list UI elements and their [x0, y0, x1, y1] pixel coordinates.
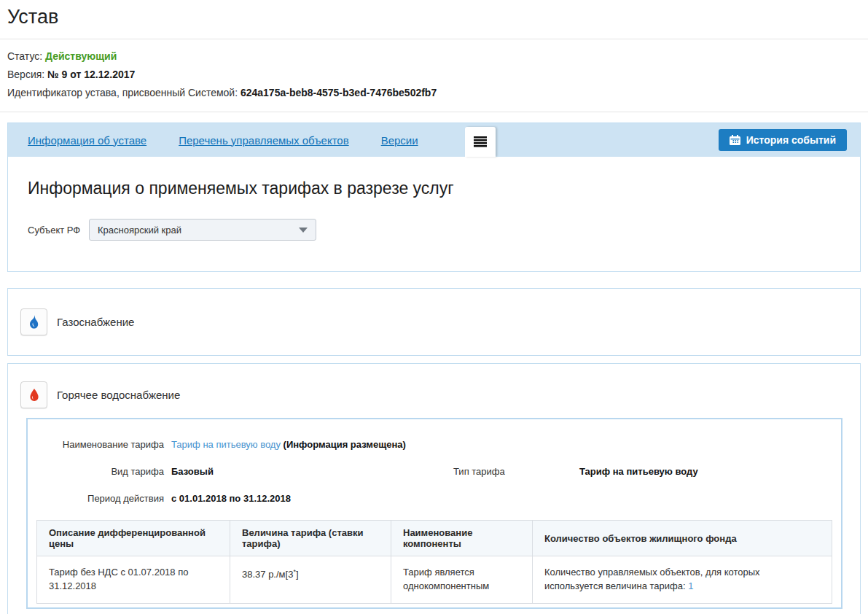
tariff-value-main: 38.37 р./м[3 [242, 569, 293, 580]
gas-flame-icon [28, 315, 40, 329]
objects-count-link[interactable]: 1 [688, 580, 693, 591]
tariff-period-label: Период действия [36, 493, 164, 504]
status-row: Статус: Действующий [7, 47, 861, 66]
tariff-kind-type-row: Вид тарифа Базовый Тип тарифа Тариф на п… [36, 466, 832, 477]
tabs-strip: Информация об уставе Перечень управляемы… [8, 123, 860, 157]
tariff-name-status: (Информация размещена) [284, 439, 406, 450]
identifier-value: 624a175a-beb8-4575-b3ed-7476be502fb7 [241, 87, 437, 98]
tariff-kind-label: Вид тарифа [36, 466, 164, 477]
identifier-row: Идентификатор устава, присвоенный Систем… [7, 84, 861, 102]
history-events-button[interactable]: История событий [719, 129, 847, 151]
tariff-name-link[interactable]: Тариф на питьевую воду [171, 439, 281, 450]
tariff-table: Описание дифференцированной цены Величин… [36, 520, 832, 604]
tariff-name-value: Тариф на питьевую воду (Информация разме… [171, 439, 832, 450]
hot-water-service-label: Горячее водоснабжение [57, 389, 180, 401]
calendar-icon [730, 135, 740, 145]
tab-tariffs-active[interactable] [465, 127, 496, 157]
hot-water-icon-tile [20, 381, 47, 408]
page-header: Устав [0, 0, 868, 28]
section-title: Информация о применяемых тарифах в разре… [28, 179, 840, 198]
col-header-description: Описание дифференцированной цены [37, 521, 230, 556]
objects-count-text: Количество управляемых объектов, для кот… [544, 567, 760, 591]
version-label: Версия: [7, 69, 44, 80]
page-title: Устав [7, 6, 861, 28]
region-label: Субъект РФ [28, 225, 89, 236]
divider [0, 112, 868, 112]
hot-water-service-panel: Горячее водоснабжение Наименование тариф… [7, 363, 861, 614]
col-header-objects: Количество объектов жилищного фонда [533, 521, 832, 556]
list-icon [474, 136, 487, 147]
gas-icon-tile [20, 308, 47, 335]
tab-charter-info[interactable]: Информация об уставе [28, 134, 146, 147]
version-value: № 9 от 12.12.2017 [47, 69, 135, 80]
tariff-name-row: Наименование тарифа Тариф на питьевую во… [36, 439, 832, 450]
tab-versions[interactable]: Версии [381, 134, 418, 147]
identifier-label: Идентификатор устава, присвоенный Систем… [7, 87, 238, 98]
history-events-label: История событий [746, 134, 836, 146]
tariff-type-value: Тариф на питьевую воду [579, 466, 832, 477]
region-selected-value: Красноярский край [98, 225, 181, 236]
col-header-value: Величина тарифа (ставки тарифа) [230, 521, 391, 556]
tariff-type-label: Тип тарифа [453, 466, 572, 477]
charter-meta: Статус: Действующий Версия: № 9 от 12.12… [0, 39, 868, 112]
cell-description: Тариф без НДС с 01.07.2018 по 31.12.2018 [37, 556, 230, 604]
region-select[interactable]: Красноярский край [89, 219, 316, 241]
tab-managed-objects[interactable]: Перечень управляемых объектов [179, 134, 349, 147]
tariff-card: Наименование тарифа Тариф на питьевую во… [26, 418, 842, 609]
hot-water-drop-icon [29, 389, 39, 402]
status-label: Статус: [7, 50, 42, 62]
cell-component: Тариф является однокомпонентным [391, 556, 533, 604]
gas-service-label: Газоснабжение [57, 316, 134, 328]
cell-objects-count: Количество управляемых объектов, для кот… [533, 556, 832, 604]
status-value: Действующий [45, 50, 117, 62]
chevron-down-icon [299, 228, 308, 233]
tariff-name-label: Наименование тарифа [36, 439, 164, 450]
tariff-period-row: Период действия с 01.01.2018 по 31.12.20… [36, 493, 832, 504]
hot-water-service-header[interactable]: Горячее водоснабжение [20, 381, 842, 408]
tariff-period-value: с 01.01.2018 по 31.12.2018 [171, 493, 832, 504]
cell-tariff-value: 38.37 р./м[3*] [230, 556, 391, 604]
region-form-row: Субъект РФ Красноярский край [28, 219, 840, 241]
gas-service-panel: Газоснабжение [7, 288, 861, 356]
tariffs-tab-content: Информация о применяемых тарифах в разре… [8, 157, 860, 271]
table-row: Тариф без НДС с 01.07.2018 по 31.12.2018… [37, 556, 832, 604]
version-row: Версия: № 9 от 12.12.2017 [7, 66, 861, 84]
col-header-component: Наименование компоненты [391, 521, 533, 556]
tariff-value-close: ] [296, 569, 299, 580]
tariff-table-header-row: Описание дифференцированной цены Величин… [37, 521, 832, 556]
tabs-container: Информация об уставе Перечень управляемы… [7, 123, 861, 272]
gas-service-header[interactable]: Газоснабжение [20, 308, 848, 335]
tariff-kind-value: Базовый [171, 466, 446, 477]
